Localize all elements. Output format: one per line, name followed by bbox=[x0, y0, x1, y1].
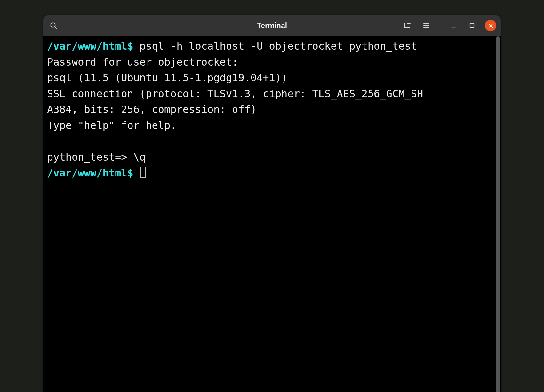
scrollbar[interactable] bbox=[496, 36, 500, 392]
minimize-button[interactable] bbox=[448, 20, 459, 31]
search-icon[interactable] bbox=[48, 20, 59, 31]
command-text bbox=[133, 167, 140, 179]
terminal-line: A384, bits: 256, compression: off) bbox=[47, 103, 257, 115]
titlebar: Terminal bbox=[43, 15, 501, 36]
terminal-line: SSL connection (protocol: TLSv1.3, ciphe… bbox=[47, 88, 423, 100]
terminal-line: psql (11.5 (Ubuntu 11.5-1.pgdg19.04+1)) bbox=[47, 72, 287, 84]
titlebar-divider bbox=[440, 21, 440, 30]
command-text: psql -h localhost -U objectrocket python… bbox=[133, 40, 417, 52]
titlebar-left bbox=[48, 20, 59, 31]
psql-command: \q bbox=[133, 151, 146, 163]
prompt-path: /var/www/html bbox=[47, 40, 127, 52]
prompt-dollar: $ bbox=[127, 167, 133, 179]
psql-prompt: python_test=> bbox=[47, 151, 133, 163]
terminal-line: Password for user objectrocket: bbox=[47, 56, 238, 68]
close-button[interactable] bbox=[485, 20, 496, 31]
new-tab-icon[interactable] bbox=[402, 20, 413, 31]
window-title: Terminal bbox=[257, 21, 287, 30]
prompt-dollar: $ bbox=[127, 40, 133, 52]
cursor bbox=[140, 167, 146, 178]
prompt-path: /var/www/html bbox=[47, 167, 127, 179]
hamburger-menu-icon[interactable] bbox=[420, 20, 432, 31]
svg-line-1 bbox=[55, 27, 56, 28]
scrollbar-thumb[interactable] bbox=[496, 36, 500, 392]
terminal-line: Type "help" for help. bbox=[47, 119, 177, 131]
svg-rect-8 bbox=[470, 24, 474, 27]
terminal-output[interactable]: /var/www/html$ psql -h localhost -U obje… bbox=[43, 36, 501, 392]
titlebar-right bbox=[402, 20, 496, 31]
maximize-button[interactable] bbox=[466, 20, 478, 31]
terminal-window: Terminal bbox=[43, 15, 501, 392]
